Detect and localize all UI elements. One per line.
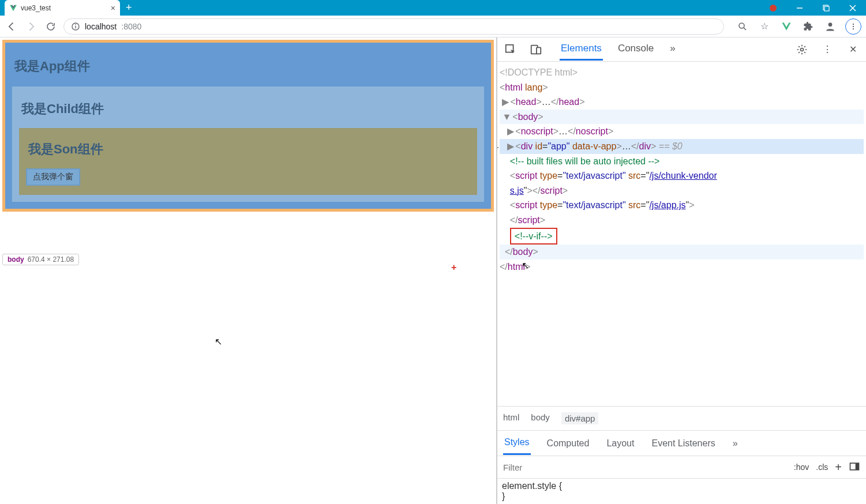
highlighted-comment: <!--v-if--> xyxy=(510,228,557,245)
record-indicator xyxy=(760,0,786,16)
svg-rect-16 xyxy=(537,47,541,54)
open-dialog-button[interactable]: 点我弹个窗 xyxy=(26,168,80,186)
close-window-button[interactable] xyxy=(839,0,866,16)
vue-devtools-ext-icon[interactable] xyxy=(779,20,793,33)
window-controls xyxy=(760,0,866,16)
styles-filter-input[interactable] xyxy=(497,462,788,472)
tab-elements[interactable]: Elements xyxy=(560,38,603,61)
forward-button[interactable] xyxy=(24,20,38,33)
url-port: :8080 xyxy=(121,22,141,31)
svg-point-8 xyxy=(739,23,744,28)
maximize-button[interactable] xyxy=(813,0,839,16)
app-component-box: 我是App组件 我是Child组件 我是Son组件 点我弹个窗 xyxy=(2,40,494,212)
element-style-rule: element.style { xyxy=(502,481,861,491)
toolbar-right: ☆ xyxy=(736,18,861,35)
tab-event-listeners[interactable]: Event Listeners xyxy=(650,432,716,454)
page-viewport: 我是App组件 我是Child组件 我是Son组件 点我弹个窗 body 670… xyxy=(0,37,496,504)
address-bar[interactable]: localhost:8080 xyxy=(63,18,724,35)
tab-strip: vue3_test × + xyxy=(0,0,132,16)
element-size-tooltip: body 670.4 × 271.08 xyxy=(2,254,79,265)
address-toolbar: localhost:8080 ☆ xyxy=(0,16,866,37)
close-tab-icon[interactable]: × xyxy=(111,3,115,13)
selected-dom-node[interactable]: ⋯ ▶<div id="app" data-v-app>…</div> == $… xyxy=(500,139,864,154)
child-title: 我是Child组件 xyxy=(21,100,477,118)
page-annotation-plus: + xyxy=(451,262,456,273)
inspect-element-icon[interactable] xyxy=(503,42,518,57)
hint-element: body xyxy=(8,255,24,264)
devtools-toolbar: Elements Console » ⋮ ✕ xyxy=(497,37,866,62)
toggle-device-icon[interactable] xyxy=(528,42,543,57)
more-style-tabs-icon[interactable]: » xyxy=(732,432,739,454)
tab-styles[interactable]: Styles xyxy=(503,431,531,455)
close-devtools-icon[interactable]: ✕ xyxy=(845,42,860,57)
toggle-sidebar-icon[interactable] xyxy=(849,461,860,474)
devtools-settings-icon[interactable] xyxy=(794,42,809,57)
back-button[interactable] xyxy=(5,20,18,33)
svg-rect-2 xyxy=(824,6,829,11)
profile-icon[interactable] xyxy=(823,20,837,33)
tab-title: vue3_test xyxy=(21,4,51,12)
vue-icon xyxy=(9,4,17,12)
svg-point-12 xyxy=(853,25,854,27)
svg-point-10 xyxy=(828,22,833,27)
url-host: localhost xyxy=(85,22,117,31)
styles-content[interactable]: element.style { } xyxy=(497,479,866,504)
reload-button[interactable] xyxy=(44,20,58,33)
son-component-box: 我是Son组件 点我弹个窗 xyxy=(19,128,477,195)
new-tab-button[interactable]: + xyxy=(126,2,132,14)
svg-point-11 xyxy=(853,23,854,24)
browser-menu-button[interactable] xyxy=(845,18,861,35)
site-info-icon[interactable] xyxy=(71,22,80,31)
svg-line-9 xyxy=(744,28,746,30)
breadcrumb-body[interactable]: body xyxy=(531,412,550,424)
window-titlebar: vue3_test × + xyxy=(0,0,866,16)
svg-point-7 xyxy=(75,24,76,25)
breadcrumb-html[interactable]: html xyxy=(503,412,519,424)
hint-dimensions: 670.4 × 271.08 xyxy=(28,255,74,264)
element-style-close: } xyxy=(502,491,861,502)
styles-filter-row: :hov .cls + xyxy=(497,456,866,479)
zoom-icon[interactable] xyxy=(736,20,749,33)
app-title: 我是App组件 xyxy=(14,58,484,75)
new-style-rule-icon[interactable]: + xyxy=(835,461,842,474)
styles-tabs: Styles Computed Layout Event Listeners » xyxy=(497,430,866,456)
bookmark-icon[interactable]: ☆ xyxy=(758,20,771,33)
doctype-line: <!DOCTYPE html> xyxy=(500,67,578,77)
svg-rect-19 xyxy=(856,463,859,470)
hov-toggle[interactable]: :hov xyxy=(794,462,809,472)
more-tabs-icon[interactable]: » xyxy=(669,38,676,61)
extensions-icon[interactable] xyxy=(801,20,815,33)
dom-tree[interactable]: <!DOCTYPE html> <html lang> ▶<head>…</he… xyxy=(497,62,866,406)
minimize-button[interactable] xyxy=(786,0,813,16)
tab-console[interactable]: Console xyxy=(617,38,655,61)
devtools-menu-icon[interactable]: ⋮ xyxy=(820,42,835,57)
dom-breadcrumb: html body div#app xyxy=(497,406,866,430)
devtools-panel: Elements Console » ⋮ ✕ <!DOCTYPE html> <… xyxy=(496,37,866,504)
cls-toggle[interactable]: .cls xyxy=(816,462,828,472)
svg-point-17 xyxy=(801,48,804,51)
tab-layout[interactable]: Layout xyxy=(605,432,635,454)
breadcrumb-app[interactable]: div#app xyxy=(561,412,599,424)
cursor-icon: ↖ xyxy=(215,336,222,347)
tab-computed[interactable]: Computed xyxy=(546,432,591,454)
child-component-box: 我是Child组件 我是Son组件 点我弹个窗 xyxy=(12,86,484,202)
svg-point-13 xyxy=(853,28,854,29)
browser-tab[interactable]: vue3_test × xyxy=(5,0,120,16)
son-title: 我是Son组件 xyxy=(28,141,470,158)
cursor-icon: ↖ xyxy=(522,260,529,271)
